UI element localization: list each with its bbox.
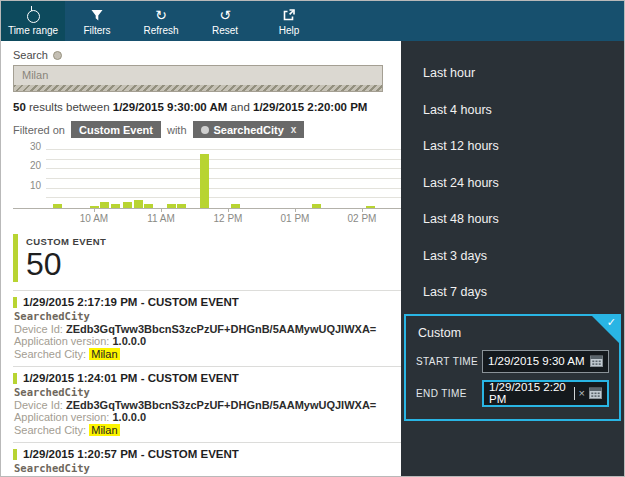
chart-bar[interactable] bbox=[231, 204, 240, 208]
custom-time-range-box[interactable]: ✓ Custom START TIME 1/29/2015 9:30 AM EN… bbox=[404, 314, 621, 421]
start-time-value: 1/29/2015 9:30 AM bbox=[488, 355, 585, 367]
chart-bar[interactable] bbox=[177, 204, 186, 208]
results-count: 50 bbox=[13, 101, 26, 113]
chart-bar[interactable] bbox=[53, 204, 62, 208]
gridline bbox=[46, 159, 405, 160]
device-id-label: Device Id: bbox=[14, 399, 63, 411]
x-axis-label: 11 AM bbox=[139, 213, 183, 224]
x-axis-tick bbox=[362, 208, 363, 212]
end-time-value: 1/29/2015 2:20 PM bbox=[489, 381, 572, 405]
x-axis-tick bbox=[228, 208, 229, 212]
device-id-label: Device Id: bbox=[14, 323, 63, 335]
event-title: 1/29/2015 1:24:01 PM - CUSTOM EVENT bbox=[23, 372, 239, 384]
time-option-last-48-hours[interactable]: Last 48 hours bbox=[401, 201, 624, 238]
search-results-panel: Search Milan 50 results between 1/29/201… bbox=[1, 41, 423, 476]
chart-bar[interactable] bbox=[312, 204, 321, 208]
device-id-value: h66m/ENvcYPsrb2ABwf4BMpPdrQsKi8jM3yvf3go… bbox=[66, 475, 351, 476]
gridline bbox=[46, 188, 405, 189]
with-label: with bbox=[167, 124, 187, 136]
x-axis-tick bbox=[94, 208, 95, 212]
filter-bar: Filtered on Custom Event with SearchedCi… bbox=[13, 121, 413, 138]
help-button[interactable]: Help bbox=[257, 1, 321, 41]
event-name: SearchedCity bbox=[14, 310, 413, 322]
y-axis-label: 30 bbox=[15, 141, 41, 152]
check-icon: ✓ bbox=[607, 316, 616, 329]
chart-bar[interactable] bbox=[200, 154, 209, 208]
device-id-label: Device Id: bbox=[14, 475, 63, 476]
event-name: SearchedCity bbox=[14, 462, 413, 474]
chart-bar[interactable] bbox=[144, 204, 153, 208]
time-option-last-7-days[interactable]: Last 7 days bbox=[401, 274, 624, 311]
app-version-label: Application version: bbox=[14, 335, 109, 347]
funnel-icon bbox=[90, 7, 104, 23]
event-item[interactable]: 1/29/2015 2:17:19 PM - CUSTOM EVENT Sear… bbox=[13, 291, 413, 367]
chart-bar[interactable] bbox=[123, 202, 132, 208]
reset-button[interactable]: ↺ Reset bbox=[193, 1, 257, 41]
event-title: 1/29/2015 1:20:57 PM - CUSTOM EVENT bbox=[23, 448, 239, 460]
device-id-value: ZEdb3GqTww3BbcnS3zcPzUF+DHGnB/5AAMywUQJI… bbox=[66, 399, 376, 411]
event-accent-bar bbox=[13, 449, 17, 460]
gridline bbox=[46, 178, 405, 179]
help-button-label: Help bbox=[279, 25, 300, 36]
searched-city-value: Milan bbox=[89, 348, 119, 360]
custom-event-kpi-tile[interactable]: CUSTOM EVENT 50 bbox=[13, 234, 146, 282]
y-axis-label: 20 bbox=[15, 160, 41, 171]
event-accent-bar bbox=[13, 297, 17, 308]
time-option-last-12-hours[interactable]: Last 12 hours bbox=[401, 128, 624, 165]
chart-bar[interactable] bbox=[134, 200, 143, 208]
undo-icon: ↺ bbox=[219, 7, 231, 23]
time-option-last-24-hours[interactable]: Last 24 hours bbox=[401, 165, 624, 202]
event-type-filter-chip[interactable]: Custom Event bbox=[71, 121, 161, 138]
chart-bar[interactable] bbox=[167, 204, 176, 208]
event-accent-bar bbox=[13, 373, 17, 384]
x-axis-label: 02 PM bbox=[340, 213, 384, 224]
clear-icon[interactable]: × bbox=[575, 387, 589, 399]
command-bar: Time range Filters ↻ Refresh ↺ Reset Hel… bbox=[1, 1, 624, 41]
remove-filter-icon[interactable]: x bbox=[291, 124, 297, 135]
results-start-time: 1/29/2015 9:30:00 AM bbox=[113, 101, 228, 113]
y-axis-label: 10 bbox=[15, 180, 41, 191]
gridline bbox=[46, 197, 405, 198]
x-axis-tick bbox=[295, 208, 296, 212]
event-timeline-chart: 10203010 AM11 AM12 PM01 PM02 PM bbox=[13, 146, 413, 228]
app-version-value: 1.0.0.0 bbox=[112, 411, 146, 423]
start-time-label: START TIME bbox=[416, 356, 482, 367]
filters-button-label: Filters bbox=[83, 25, 110, 36]
end-time-input[interactable]: 1/29/2015 2:20 PM × bbox=[482, 380, 609, 407]
event-item[interactable]: 1/29/2015 1:20:57 PM - CUSTOM EVENT Sear… bbox=[13, 443, 413, 476]
chart-bar[interactable] bbox=[111, 204, 120, 208]
calendar-icon[interactable] bbox=[589, 387, 602, 399]
filtered-on-label: Filtered on bbox=[13, 124, 65, 136]
calendar-icon[interactable] bbox=[590, 355, 603, 367]
event-item[interactable]: 1/29/2015 1:24:01 PM - CUSTOM EVENT Sear… bbox=[13, 367, 413, 443]
app-version-value: 1.0.0.0 bbox=[112, 335, 146, 347]
gridline bbox=[46, 149, 405, 150]
x-axis-label: 01 PM bbox=[273, 213, 317, 224]
end-time-label: END TIME bbox=[416, 388, 482, 399]
chart-bar[interactable] bbox=[366, 206, 375, 208]
time-range-panel: Last hour Last 4 hours Last 12 hours Las… bbox=[401, 41, 624, 476]
time-range-button-label: Time range bbox=[8, 25, 58, 36]
property-dot-icon bbox=[201, 126, 209, 134]
time-range-button[interactable]: Time range bbox=[1, 1, 65, 41]
time-option-last-4-hours[interactable]: Last 4 hours bbox=[401, 92, 624, 129]
x-axis-label: 10 AM bbox=[72, 213, 116, 224]
time-option-last-hour[interactable]: Last hour bbox=[401, 55, 624, 92]
filters-button[interactable]: Filters bbox=[65, 1, 129, 41]
refresh-icon: ↻ bbox=[155, 7, 167, 23]
start-time-input[interactable]: 1/29/2015 9:30 AM bbox=[482, 350, 609, 373]
info-icon[interactable] bbox=[53, 51, 62, 60]
refresh-button[interactable]: ↻ Refresh bbox=[129, 1, 193, 41]
gridline bbox=[46, 168, 405, 169]
search-input-value: Milan bbox=[14, 66, 382, 85]
results-end-time: 1/29/2015 2:20:00 PM bbox=[253, 101, 367, 113]
app-version-label: Application version: bbox=[14, 411, 109, 423]
reset-button-label: Reset bbox=[212, 25, 238, 36]
search-input[interactable]: Milan bbox=[13, 65, 383, 92]
chart-plot: 10203010 AM11 AM12 PM01 PM02 PM bbox=[13, 146, 405, 209]
custom-option-label[interactable]: Custom bbox=[418, 326, 609, 340]
time-option-last-3-days[interactable]: Last 3 days bbox=[401, 238, 624, 275]
chart-bar[interactable] bbox=[100, 202, 109, 208]
x-axis-label: 12 PM bbox=[206, 213, 250, 224]
property-filter-chip[interactable]: SearchedCity x bbox=[193, 121, 305, 138]
